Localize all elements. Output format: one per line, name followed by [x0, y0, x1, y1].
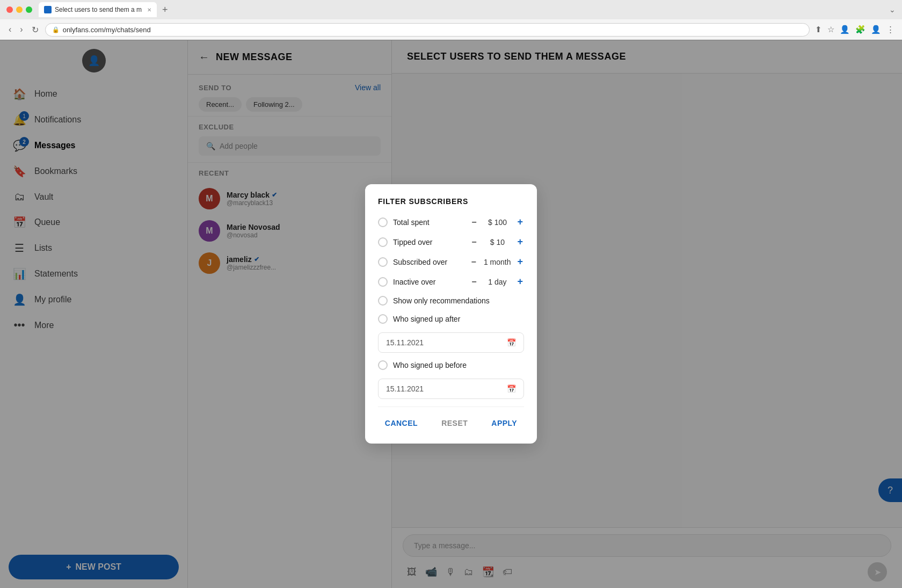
filter-plus-inactive-over[interactable]: + — [516, 276, 524, 287]
minimize-window-button[interactable] — [16, 6, 23, 13]
filter-row-total-spent: Total spent − $ 100 + — [378, 216, 524, 228]
tab-favicon — [44, 6, 52, 13]
filter-row-signed-up-after: Who signed up after — [378, 314, 524, 324]
close-window-button[interactable] — [6, 6, 13, 13]
modal-footer: CANCEL RESET APPLY — [378, 406, 524, 431]
filter-value-total-spent: $ 100 — [484, 218, 511, 227]
url-text: onlyfans.com/my/chats/send — [63, 26, 151, 34]
date-input-after[interactable]: 15.11.2021 📅 — [378, 332, 524, 353]
active-tab[interactable]: Select users to send them a m ✕ — [39, 2, 157, 17]
filter-row-recommendations: Show only recommendations — [378, 296, 524, 306]
forward-button[interactable]: › — [18, 24, 25, 35]
filter-value-subscribed-over: 1 month — [484, 258, 511, 266]
filter-row-tipped-over: Tipped over − $ 10 + — [378, 236, 524, 248]
filter-checkbox-recommendations[interactable] — [378, 296, 388, 306]
date-value-before: 15.11.2021 — [386, 384, 424, 393]
window-controls: ⌄ — [889, 5, 896, 14]
apply-button[interactable]: APPLY — [485, 416, 523, 431]
filter-minus-tipped-over[interactable]: − — [469, 237, 478, 247]
profile-icon[interactable]: 👤 — [839, 24, 851, 35]
filter-row-signed-up-before: Who signed up before — [378, 360, 524, 370]
filter-subscribers-modal: FILTER SUBSCRIBERS Total spent − $ 100 +… — [365, 184, 537, 444]
calendar-icon-after: 📅 — [507, 338, 516, 347]
filter-value-inactive-over: 1 day — [484, 278, 511, 286]
tab-close-button[interactable]: ✕ — [147, 7, 151, 13]
modal-overlay: FILTER SUBSCRIBERS Total spent − $ 100 +… — [0, 40, 902, 588]
cancel-button[interactable]: CANCEL — [379, 416, 424, 431]
filter-checkbox-signed-up-before[interactable] — [378, 360, 388, 370]
filter-checkbox-signed-up-after[interactable] — [378, 314, 388, 324]
filter-label-signed-up-after: Who signed up after — [393, 315, 524, 323]
filter-radio-subscribed-over[interactable] — [378, 257, 388, 267]
date-value-after: 15.11.2021 — [386, 338, 424, 347]
traffic-lights — [6, 6, 32, 13]
maximize-window-button[interactable] — [26, 6, 32, 13]
extensions-icon[interactable]: 🧩 — [854, 24, 867, 35]
filter-label-recommendations: Show only recommendations — [393, 296, 524, 305]
filter-label-tipped-over: Tipped over — [393, 238, 464, 246]
filter-radio-total-spent[interactable] — [378, 217, 388, 227]
tab-title: Select users to send them a m — [55, 6, 142, 13]
bookmark-icon[interactable]: ☆ — [826, 24, 835, 35]
date-input-before[interactable]: 15.11.2021 📅 — [378, 379, 524, 399]
browser-titlebar: Select users to send them a m ✕ + ⌄ — [0, 0, 902, 19]
filter-radio-tipped-over[interactable] — [378, 237, 388, 247]
filter-label-signed-up-before: Who signed up before — [393, 361, 524, 369]
refresh-button[interactable]: ↻ — [30, 24, 41, 36]
filter-plus-tipped-over[interactable]: + — [516, 236, 524, 248]
menu-icon[interactable]: ⋮ — [885, 24, 896, 35]
filter-plus-subscribed-over[interactable]: + — [516, 256, 524, 267]
filter-minus-total-spent[interactable]: − — [469, 217, 478, 227]
share-icon[interactable]: ⬆ — [814, 24, 823, 35]
filter-label-inactive-over: Inactive over — [393, 278, 464, 286]
filter-label-subscribed-over: Subscribed over — [393, 258, 464, 266]
tab-bar: Select users to send them a m ✕ + — [39, 2, 889, 17]
lock-icon: 🔒 — [52, 26, 60, 33]
filter-label-total-spent: Total spent — [393, 218, 464, 227]
reset-button[interactable]: RESET — [435, 416, 474, 431]
filter-row-subscribed-over: Subscribed over − 1 month + — [378, 256, 524, 267]
filter-plus-total-spent[interactable]: + — [516, 216, 524, 228]
filter-row-inactive-over: Inactive over − 1 day + — [378, 276, 524, 287]
back-button[interactable]: ‹ — [6, 24, 13, 35]
account-icon[interactable]: 👤 — [870, 24, 882, 35]
new-tab-button[interactable]: + — [159, 4, 171, 16]
calendar-icon-before: 📅 — [507, 384, 516, 393]
browser-toolbar: ‹ › ↻ 🔒 onlyfans.com/my/chats/send ⬆ ☆ 👤… — [0, 19, 902, 40]
modal-title: FILTER SUBSCRIBERS — [378, 197, 524, 206]
address-bar[interactable]: 🔒 onlyfans.com/my/chats/send — [45, 23, 810, 37]
filter-minus-subscribed-over[interactable]: − — [469, 257, 478, 267]
browser-chrome: Select users to send them a m ✕ + ⌄ ‹ › … — [0, 0, 902, 40]
filter-radio-inactive-over[interactable] — [378, 277, 388, 287]
filter-minus-inactive-over[interactable]: − — [469, 277, 478, 287]
filter-value-tipped-over: $ 10 — [484, 238, 511, 246]
toolbar-actions: ⬆ ☆ 👤 🧩 👤 ⋮ — [814, 24, 896, 35]
